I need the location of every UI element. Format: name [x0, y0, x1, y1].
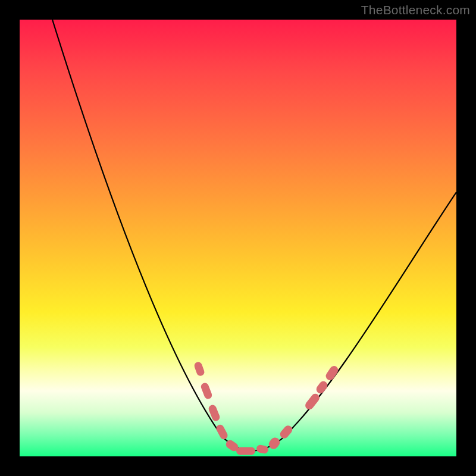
watermark-text: TheBottleneck.com — [361, 3, 470, 17]
curve-marker — [200, 382, 213, 400]
chart-frame: TheBottleneck.com — [0, 0, 476, 476]
curve-marker — [267, 436, 282, 451]
curve-marker — [315, 380, 329, 395]
plot-area — [20, 20, 456, 456]
curve-marker — [256, 444, 269, 455]
curve-marker — [193, 361, 205, 377]
bottleneck-curve — [52, 20, 456, 451]
curve-marker — [208, 404, 221, 422]
curve-marker — [303, 392, 321, 411]
curve-marker — [215, 423, 229, 440]
curve-layer — [20, 20, 456, 456]
curve-marker — [236, 447, 255, 455]
curve-markers — [193, 361, 340, 455]
curve-marker — [278, 424, 294, 440]
